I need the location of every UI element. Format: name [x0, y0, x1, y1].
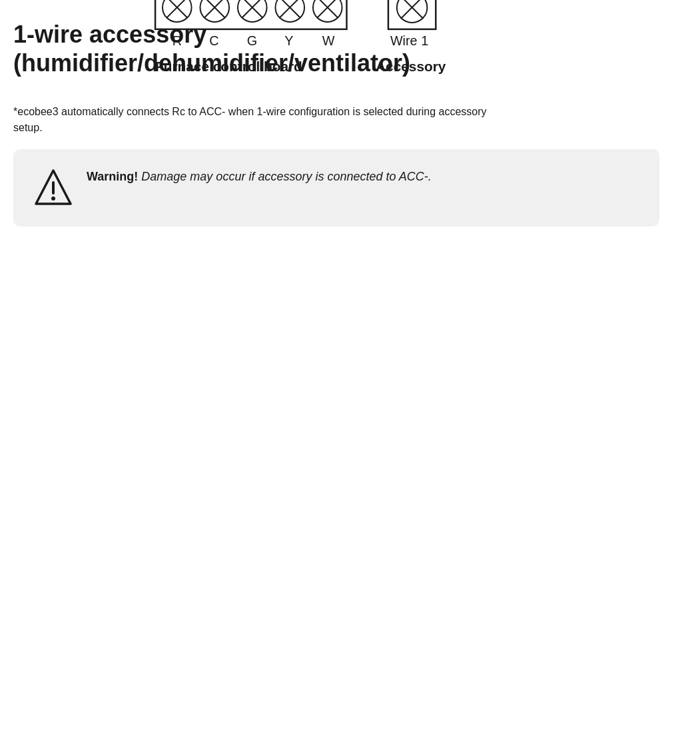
svg-text:Furnace control board: Furnace control board [155, 59, 302, 75]
svg-text:G: G [247, 33, 257, 48]
svg-point-91 [163, 0, 192, 22]
svg-point-97 [238, 0, 267, 22]
warning-box: Warning! Damage may occur if accessory i… [13, 149, 659, 226]
wiring-diagram-main: .thick { stroke: #1a1a1a; stroke-width: … [13, 0, 680, 97]
svg-point-158 [51, 196, 55, 200]
svg-point-103 [313, 0, 342, 22]
svg-text:W: W [322, 33, 335, 48]
svg-point-94 [200, 0, 229, 22]
warning-body: Damage may occur if accessory is connect… [138, 170, 432, 183]
warning-bold: Warning! [87, 170, 138, 183]
warning-icon [33, 168, 73, 208]
svg-text:Y: Y [284, 33, 293, 48]
svg-text:Accessory: Accessory [376, 59, 446, 75]
svg-text:R: R [173, 33, 182, 48]
svg-text:Wire 1: Wire 1 [390, 33, 428, 48]
svg-point-100 [275, 0, 304, 22]
warning-text: Warning! Damage may occur if accessory i… [87, 168, 432, 186]
svg-text:C: C [209, 33, 218, 48]
footnote-text: *ecobee3 automatically connects Rc to AC… [13, 104, 513, 136]
